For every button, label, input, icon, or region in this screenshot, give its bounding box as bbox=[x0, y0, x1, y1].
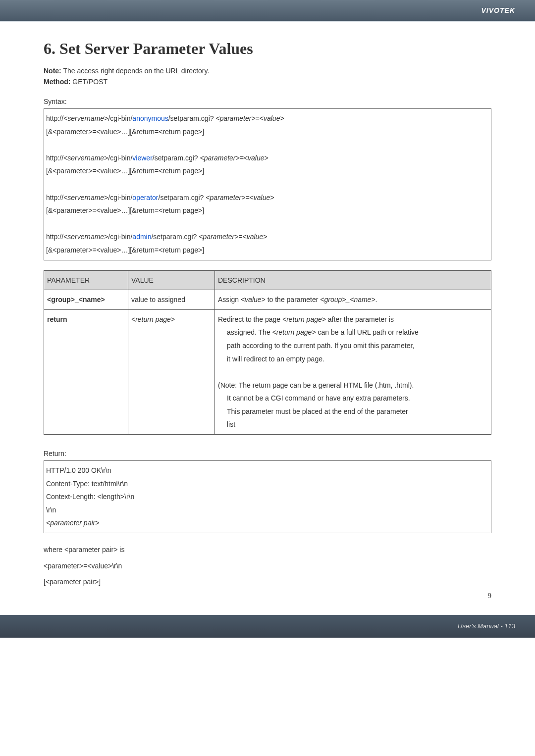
text: /setparam.cgi? bbox=[168, 114, 216, 122]
page-content: 6. Set Server Parameter Values Note: The… bbox=[0, 25, 535, 610]
header-value: VALUE bbox=[128, 270, 215, 290]
servername: <servername> bbox=[63, 194, 108, 202]
footer-text: User's Manual - 113 bbox=[458, 622, 515, 630]
return-line: Context-Length: <length>\r\n bbox=[46, 490, 489, 504]
syntax-row: http://<servername>/cgi-bin/operator/set… bbox=[46, 191, 489, 204]
syntax-row: http://<servername>/cgi-bin/anonymous/se… bbox=[46, 112, 489, 125]
text: http:// bbox=[46, 194, 63, 202]
note-label: Note: bbox=[44, 67, 61, 75]
syntax-row: [&<parameter>=<value>…][&return=<return … bbox=[46, 244, 489, 257]
role-anonymous: anonymous bbox=[132, 114, 168, 122]
note-line: Note: The access right depends on the UR… bbox=[44, 67, 491, 75]
return-line: \r\n bbox=[46, 504, 489, 517]
text: assigned. The <return page> can be a ful… bbox=[218, 326, 488, 339]
text: path according to the current path. If y… bbox=[218, 339, 488, 353]
syntax-row: http://<servername>/cgi-bin/admin/setpar… bbox=[46, 230, 489, 244]
after-return-line: [<parameter pair>] bbox=[44, 575, 491, 589]
header-bar: VIVOTEK bbox=[0, 0, 535, 21]
cell-description: Redirect to the page <return page> after… bbox=[215, 309, 491, 434]
method-line: Method: GET/POST bbox=[44, 78, 491, 86]
after-return-line: <parameter>=<value>\r\n bbox=[44, 559, 491, 573]
divider bbox=[0, 21, 535, 22]
cell-parameter: <group>_<name> bbox=[44, 290, 128, 310]
cell-value: <return page> bbox=[128, 309, 215, 434]
footer-bar: User's Manual - 113 bbox=[0, 615, 535, 638]
method-label: Method: bbox=[44, 78, 70, 86]
text: . bbox=[375, 296, 377, 303]
role-operator: operator bbox=[132, 194, 158, 202]
text: http:// bbox=[46, 233, 63, 241]
text: http:// bbox=[46, 114, 63, 122]
text: Assign bbox=[218, 296, 241, 303]
syntax-row: [&<parameter>=<value>…][&return=<return … bbox=[46, 204, 489, 217]
text: It cannot be a CGI command or have any e… bbox=[218, 392, 488, 405]
section-title: 6. Set Server Parameter Values bbox=[44, 40, 491, 58]
role-admin: admin bbox=[132, 233, 151, 241]
note-text: The access right depends on the URL dire… bbox=[61, 67, 210, 75]
method-text: GET/POST bbox=[70, 78, 107, 86]
text: Redirect to the page <return page> after… bbox=[218, 315, 394, 323]
table-header-row: PARAMETER VALUE DESCRIPTION bbox=[44, 270, 491, 290]
return-box: HTTP/1.0 200 OK\r\n Content-Type: text/h… bbox=[44, 460, 491, 533]
text: /cgi-bin/ bbox=[108, 154, 132, 162]
cell-description: Assign <value> to the parameter <group>_… bbox=[215, 290, 491, 310]
syntax-row: http://<servername>/cgi-bin/viewer/setpa… bbox=[46, 151, 489, 165]
after-return-line: where <parameter pair> is bbox=[44, 543, 491, 556]
return-line: Content-Type: text/html\r\n bbox=[46, 477, 489, 491]
text: /setparam.cgi? bbox=[159, 194, 206, 202]
text: list bbox=[218, 418, 488, 431]
param-value: <parameter>=<value> bbox=[200, 154, 268, 162]
text: (Note: The return page can be a general … bbox=[218, 379, 488, 392]
text: /cgi-bin/ bbox=[108, 114, 132, 122]
text: http:// bbox=[46, 154, 63, 162]
text-italic: <value> bbox=[241, 296, 266, 303]
servername: <servername> bbox=[63, 154, 108, 162]
header-parameter: PARAMETER bbox=[44, 270, 128, 290]
return-line: HTTP/1.0 200 OK\r\n bbox=[46, 464, 489, 477]
param-value: <parameter>=<value> bbox=[215, 114, 284, 122]
param-value: <parameter>=<value> bbox=[199, 233, 267, 241]
parameter-table: PARAMETER VALUE DESCRIPTION <group>_<nam… bbox=[44, 270, 491, 435]
text-italic: <group>_<name> bbox=[320, 296, 375, 303]
text: /setparam.cgi? bbox=[153, 154, 200, 162]
servername: <servername> bbox=[63, 233, 108, 241]
table-row: <group>_<name> value to assigned Assign … bbox=[44, 290, 491, 310]
brand-logo: VIVOTEK bbox=[482, 6, 515, 14]
text: /setparam.cgi? bbox=[151, 233, 199, 241]
cell-parameter: return bbox=[44, 309, 128, 434]
role-viewer: viewer bbox=[132, 154, 152, 162]
text: /cgi-bin/ bbox=[108, 194, 132, 202]
syntax-row: [&<parameter>=<value>…][&return=<return … bbox=[46, 164, 489, 178]
param-value: <parameter>=<value> bbox=[206, 194, 274, 202]
text: This parameter must be placed at the end… bbox=[218, 405, 488, 418]
servername: <servername> bbox=[63, 114, 108, 122]
cell-value: value to assigned bbox=[128, 290, 215, 310]
syntax-row: [&<parameter>=<value>…][&return=<return … bbox=[46, 125, 489, 139]
syntax-label: Syntax: bbox=[44, 98, 491, 105]
table-row: return <return page> Redirect to the pag… bbox=[44, 309, 491, 434]
page-number: 9 bbox=[44, 592, 491, 600]
return-line: <parameter pair> bbox=[46, 516, 489, 530]
header-description: DESCRIPTION bbox=[215, 270, 491, 290]
text: /cgi-bin/ bbox=[108, 233, 132, 241]
text: it will redirect to an empty page. bbox=[218, 353, 488, 366]
text: to the parameter bbox=[266, 296, 321, 303]
return-label: Return: bbox=[44, 450, 491, 457]
syntax-box: http://<servername>/cgi-bin/anonymous/se… bbox=[44, 108, 491, 260]
